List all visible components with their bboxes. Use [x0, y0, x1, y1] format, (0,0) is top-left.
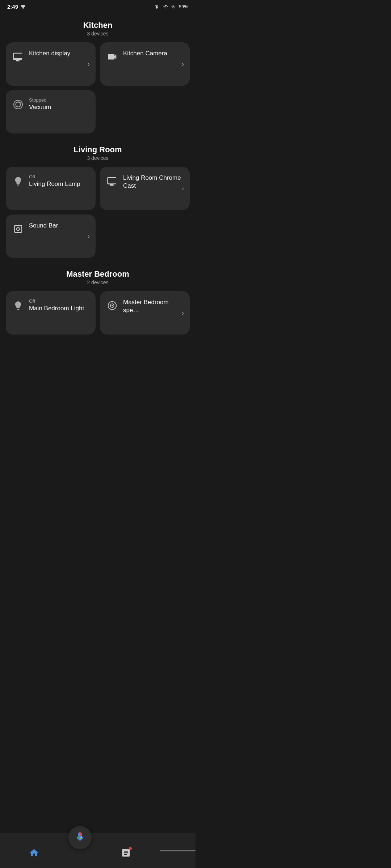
lamp-name: Living Room Lamp [29, 180, 90, 188]
chevron-icon: › [182, 185, 184, 192]
wifi-icon [162, 4, 168, 9]
chromecast-name: Living Room Chrome Cast [123, 174, 184, 190]
svg-point-9 [112, 305, 113, 306]
kitchen-camera-name: Kitchen Camera [123, 50, 184, 58]
display-icon [12, 50, 25, 63]
status-right: 59% [154, 4, 188, 9]
svg-point-6 [18, 229, 19, 230]
master-bedroom-title: Master Bedroom [0, 269, 196, 279]
chromecast-card[interactable]: Living Room Chrome Cast › [100, 167, 190, 210]
speaker-round-icon [106, 299, 119, 312]
chevron-icon: › [182, 60, 184, 68]
living-room-section-header: Living Room 3 devices [0, 136, 196, 167]
lamp-icon [12, 175, 25, 188]
chevron-icon: › [182, 309, 184, 317]
bluetooth-icon [154, 4, 159, 9]
living-room-device-grid: Off Living Room Lamp Living Room Chrome … [0, 167, 196, 261]
signal-icon [171, 4, 176, 9]
chromecast-icon [106, 175, 119, 188]
master-bedroom-device-grid: Off Main Bedroom Light Master Bedroom sp… [0, 291, 196, 337]
sound-bar-card[interactable]: Sound Bar › [6, 214, 96, 258]
main-bedroom-light-card[interactable]: Off Main Bedroom Light [6, 291, 96, 335]
soundbar-icon [12, 222, 25, 235]
master-speaker-name: Master Bedroom spe… [123, 298, 184, 314]
vacuum-name: Vacuum [29, 103, 90, 111]
living-room-title: Living Room [0, 145, 196, 154]
status-bar: 2:49 59% [0, 0, 196, 12]
master-bedroom-speaker-card[interactable]: Master Bedroom spe… › [100, 291, 190, 335]
kitchen-subtitle: 3 devices [0, 31, 196, 37]
camera-icon [106, 50, 119, 63]
battery-display: 59% [179, 4, 188, 9]
bedroom-light-status: Off [29, 298, 90, 304]
vacuum-card[interactable]: Stopped Vacuum [6, 90, 96, 133]
kitchen-device-grid: Kitchen display › Kitchen Camera › [0, 42, 196, 136]
bedroom-light-name: Main Bedroom Light [29, 305, 90, 312]
chevron-icon: › [88, 233, 90, 240]
sound-bar-name: Sound Bar [29, 222, 90, 230]
chevron-icon: › [88, 60, 90, 68]
kitchen-display-card[interactable]: Kitchen display › [6, 42, 96, 86]
living-room-subtitle: 3 devices [0, 155, 196, 161]
bedroom-light-icon [12, 299, 25, 312]
master-bedroom-section-header: Master Bedroom 2 devices [0, 261, 196, 291]
status-left: 2:49 [7, 4, 26, 10]
kitchen-display-name: Kitchen display [29, 50, 90, 58]
vacuum-icon [12, 98, 25, 111]
kitchen-camera-card[interactable]: Kitchen Camera › [100, 42, 190, 86]
lamp-status: Off [29, 174, 90, 179]
kitchen-title: Kitchen [0, 21, 196, 30]
living-room-lamp-card[interactable]: Off Living Room Lamp [6, 167, 96, 210]
time-display: 2:49 [7, 4, 18, 10]
vacuum-status: Stopped [29, 97, 90, 103]
trophy-icon [20, 4, 26, 10]
kitchen-section-header: Kitchen 3 devices [0, 12, 196, 42]
master-bedroom-subtitle: 2 devices [0, 280, 196, 285]
